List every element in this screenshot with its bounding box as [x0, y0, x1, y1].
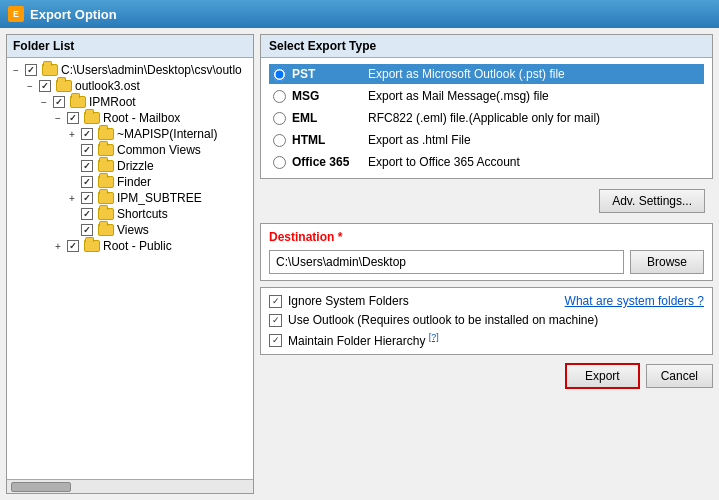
tree-checkbox-ost[interactable]: [39, 80, 51, 92]
export-button[interactable]: Export: [565, 363, 640, 389]
tree-checkbox-root[interactable]: [25, 64, 37, 76]
tree-toggle-shortcuts: [65, 207, 79, 221]
tree-toggle-ipmroot[interactable]: −: [37, 95, 51, 109]
folder-icon-mapisp: [98, 128, 114, 140]
export-radio-msg[interactable]: [273, 90, 286, 103]
folder-list-panel: Folder List −C:\Users\admin\Desktop\csv\…: [6, 34, 254, 494]
tree-label-ost: outlook3.ost: [75, 79, 140, 93]
folder-icon-ipmsubtree: [98, 192, 114, 204]
bottom-bar: Export Cancel: [260, 361, 713, 391]
tree-toggle-mapisp[interactable]: +: [65, 127, 79, 141]
hierarchy-help-link[interactable]: [?]: [429, 332, 439, 342]
export-type-header: Select Export Type: [261, 35, 712, 58]
tree-item-finder[interactable]: Finder: [9, 174, 251, 190]
export-option-msg[interactable]: MSGExport as Mail Message(.msg) file: [269, 86, 704, 106]
option-key-html: HTML: [292, 133, 362, 147]
tree-item-ipmsubtree[interactable]: +IPM_SUBTREE: [9, 190, 251, 206]
use-outlook-row: Use Outlook (Requires outlook to be inst…: [269, 313, 704, 327]
export-radio-html[interactable]: [273, 134, 286, 147]
title-bar-text: Export Option: [30, 7, 117, 22]
tree-label-rootpublic: Root - Public: [103, 239, 172, 253]
tree-toggle-rootmailbox[interactable]: −: [51, 111, 65, 125]
tree-toggle-drizzle: [65, 159, 79, 173]
folder-icon-drizzle: [98, 160, 114, 172]
tree-label-commonviews: Common Views: [117, 143, 201, 157]
tree-item-drizzle[interactable]: Drizzle: [9, 158, 251, 174]
tree-label-shortcuts: Shortcuts: [117, 207, 168, 221]
tree-label-drizzle: Drizzle: [117, 159, 154, 173]
main-container: Folder List −C:\Users\admin\Desktop\csv\…: [0, 28, 719, 500]
folder-icon-shortcuts: [98, 208, 114, 220]
tree-item-ipmroot[interactable]: −IPMRoot: [9, 94, 251, 110]
tree-toggle-ost[interactable]: −: [23, 79, 37, 93]
export-options-list: PSTExport as Microsoft Outlook (.pst) fi…: [261, 58, 712, 178]
tree-checkbox-ipmsubtree[interactable]: [81, 192, 93, 204]
tree-checkbox-drizzle[interactable]: [81, 160, 93, 172]
tree-label-views: Views: [117, 223, 149, 237]
tree-checkbox-mapisp[interactable]: [81, 128, 93, 140]
tree-label-root: C:\Users\admin\Desktop\csv\outlo: [61, 63, 242, 77]
export-radio-eml[interactable]: [273, 112, 286, 125]
export-option-eml[interactable]: EMLRFC822 (.eml) file.(Applicable only f…: [269, 108, 704, 128]
adv-settings-button[interactable]: Adv. Settings...: [599, 189, 705, 213]
tree-label-ipmroot: IPMRoot: [89, 95, 136, 109]
horizontal-scrollbar[interactable]: [7, 479, 253, 493]
use-outlook-checkbox[interactable]: [269, 314, 282, 327]
option-desc-msg: Export as Mail Message(.msg) file: [368, 89, 549, 103]
tree-toggle-rootpublic[interactable]: +: [51, 239, 65, 253]
export-option-html[interactable]: HTMLExport as .html File: [269, 130, 704, 150]
tree-toggle-ipmsubtree[interactable]: +: [65, 191, 79, 205]
tree-item-views[interactable]: Views: [9, 222, 251, 238]
destination-input[interactable]: [269, 250, 624, 274]
adv-settings-row: Adv. Settings...: [260, 185, 713, 217]
right-panel: Select Export Type PSTExport as Microsof…: [260, 34, 713, 494]
option-desc-office365: Export to Office 365 Account: [368, 155, 520, 169]
tree-checkbox-commonviews[interactable]: [81, 144, 93, 156]
scrollbar-thumb[interactable]: [11, 482, 71, 492]
tree-checkbox-shortcuts[interactable]: [81, 208, 93, 220]
option-desc-eml: RFC822 (.eml) file.(Applicable only for …: [368, 111, 600, 125]
tree-item-ost[interactable]: −outlook3.ost: [9, 78, 251, 94]
ignore-system-checkbox[interactable]: [269, 295, 282, 308]
export-option-pst[interactable]: PSTExport as Microsoft Outlook (.pst) fi…: [269, 64, 704, 84]
folder-icon-root: [42, 64, 58, 76]
tree-item-rootmailbox[interactable]: −Root - Mailbox: [9, 110, 251, 126]
export-radio-office365[interactable]: [273, 156, 286, 169]
ignore-system-row: Ignore System Folders What are system fo…: [269, 294, 704, 308]
maintain-hierarchy-label: Maintain Folder Hierarchy [?]: [288, 332, 439, 348]
option-key-msg: MSG: [292, 89, 362, 103]
tree-label-finder: Finder: [117, 175, 151, 189]
folder-icon-views: [98, 224, 114, 236]
tree-checkbox-views[interactable]: [81, 224, 93, 236]
tree-item-commonviews[interactable]: Common Views: [9, 142, 251, 158]
option-key-office365: Office 365: [292, 155, 362, 169]
tree-toggle-root[interactable]: −: [9, 63, 23, 77]
tree-item-mapisp[interactable]: +~MAPISP(Internal): [9, 126, 251, 142]
tree-checkbox-finder[interactable]: [81, 176, 93, 188]
tree-label-ipmsubtree: IPM_SUBTREE: [117, 191, 202, 205]
tree-checkbox-rootpublic[interactable]: [67, 240, 79, 252]
folder-icon-commonviews: [98, 144, 114, 156]
export-radio-pst[interactable]: [273, 68, 286, 81]
tree-checkbox-rootmailbox[interactable]: [67, 112, 79, 124]
tree-toggle-views: [65, 223, 79, 237]
folder-tree[interactable]: −C:\Users\admin\Desktop\csv\outlo−outloo…: [7, 58, 253, 479]
folder-icon-finder: [98, 176, 114, 188]
maintain-hierarchy-checkbox[interactable]: [269, 334, 282, 347]
tree-item-shortcuts[interactable]: Shortcuts: [9, 206, 251, 222]
option-key-pst: PST: [292, 67, 362, 81]
tree-item-root[interactable]: −C:\Users\admin\Desktop\csv\outlo: [9, 62, 251, 78]
folder-icon-rootmailbox: [84, 112, 100, 124]
folder-icon-ipmroot: [70, 96, 86, 108]
system-folders-link[interactable]: What are system folders ?: [565, 294, 704, 308]
cancel-button[interactable]: Cancel: [646, 364, 713, 388]
tree-checkbox-ipmroot[interactable]: [53, 96, 65, 108]
tree-toggle-finder: [65, 175, 79, 189]
app-icon: E: [8, 6, 24, 22]
export-option-office365[interactable]: Office 365Export to Office 365 Account: [269, 152, 704, 172]
browse-button[interactable]: Browse: [630, 250, 704, 274]
tree-label-rootmailbox: Root - Mailbox: [103, 111, 180, 125]
folder-icon-rootpublic: [84, 240, 100, 252]
destination-row: Browse: [269, 250, 704, 274]
tree-item-rootpublic[interactable]: +Root - Public: [9, 238, 251, 254]
